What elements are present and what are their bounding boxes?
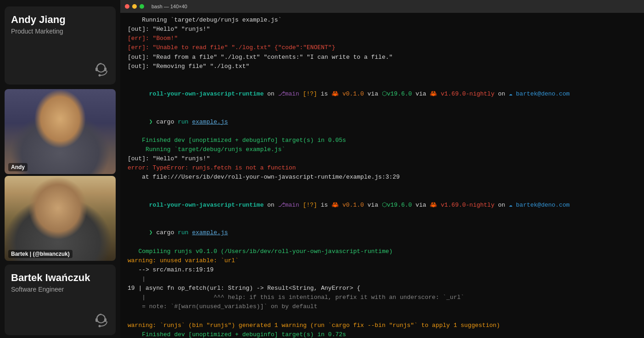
terminal-titlebar: bash — 140×40	[120, 0, 644, 13]
term-line: [out]: "Removing file" "./log.txt"	[128, 62, 637, 71]
term-line: Compiling runjs v0.1.0 (/Users/ib/dev/ro…	[128, 247, 637, 256]
term-line: [out]: "Read from a file" "./log.txt" "c…	[128, 53, 637, 62]
term-line: Finished dev [unoptimized + debuginfo] t…	[128, 136, 637, 145]
svg-rect-1	[95, 68, 98, 71]
term-line: Running `target/debug/runjs example.js`	[128, 16, 637, 25]
term-line: at file:///Users/ib/dev/roll-your-own-ja…	[128, 173, 637, 182]
headset-icon	[93, 62, 109, 78]
term-line	[128, 182, 637, 192]
left-panel: Andy Jiang Product Marketing Andy Bartek…	[0, 0, 120, 338]
term-line: 19 | async fn op_fetch(url: String) -> R…	[128, 284, 637, 293]
maximize-button[interactable]	[140, 4, 144, 9]
andy-video-label: Andy	[8, 163, 28, 171]
term-line: Running `target/debug/runjs example.js`	[128, 145, 637, 154]
bartek-name: Bartek Iwańczuk	[11, 272, 109, 284]
term-line: Finished dev [unoptimized + debuginfo] t…	[128, 330, 637, 338]
terminal-tab-label: bash — 140×40	[151, 4, 187, 9]
term-line: [out]: "Hello" "runjs!"	[128, 154, 637, 163]
andy-video-feed	[5, 89, 116, 174]
term-line: |	[128, 275, 637, 284]
term-line: [err]: "Unable to read file" "./log.txt"…	[128, 43, 637, 52]
term-line: ❯ cargo run example.js	[128, 219, 637, 247]
svg-rect-5	[95, 318, 98, 322]
term-line: | ^^^ help: if this is intentional, pref…	[128, 293, 637, 302]
svg-rect-2	[104, 68, 106, 71]
andy-video: Andy	[5, 89, 116, 174]
term-line: error: TypeError: runjs.fetch is not a f…	[128, 163, 637, 173]
term-line: --> src/main.rs:19:19	[128, 265, 637, 275]
svg-point-7	[99, 325, 101, 327]
svg-rect-6	[104, 318, 106, 322]
andy-name: Andy Jiang	[11, 14, 109, 26]
term-line	[128, 312, 637, 321]
term-line: warning: unused variable: `url`	[128, 256, 637, 265]
headset-icon-2	[93, 312, 109, 329]
close-button[interactable]	[125, 4, 129, 9]
bartek-video: Bartek | (@biwanczuk)	[5, 176, 116, 261]
minimize-button[interactable]	[132, 4, 137, 9]
bartek-video-label: Bartek | (@biwanczuk)	[8, 250, 73, 258]
term-line: = note: `#[warn(unused_variables)]` on b…	[128, 302, 637, 311]
bartek-title: Software Engineer	[11, 286, 109, 293]
andy-name-card: Andy Jiang Product Marketing	[5, 6, 116, 84]
andy-title: Product Marketing	[11, 28, 109, 35]
svg-point-3	[99, 74, 101, 77]
bartek-name-card: Bartek Iwańczuk Software Engineer	[5, 265, 116, 335]
terminal-panel: bash — 140×40 Running `target/debug/runj…	[120, 0, 644, 338]
term-line: ❯ cargo run example.js	[128, 108, 637, 135]
term-line: warning: `runjs` (bin "runjs") generated…	[128, 321, 637, 330]
terminal-body[interactable]: Running `target/debug/runjs example.js` …	[120, 13, 644, 338]
term-line	[128, 71, 637, 80]
term-prompt-1: roll-your-own-javascript-runtime on ⎇mai…	[128, 80, 637, 108]
term-line: [out]: "Hello" "runjs!"	[128, 25, 637, 34]
term-prompt-2: roll-your-own-javascript-runtime on ⎇mai…	[128, 192, 637, 219]
term-line: [err]: "Boom!"	[128, 34, 637, 43]
bartek-video-feed	[5, 176, 116, 261]
